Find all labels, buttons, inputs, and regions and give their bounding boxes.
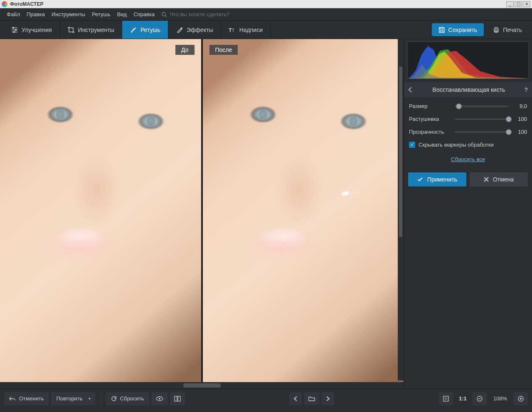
back-button[interactable] — [408, 87, 417, 93]
tab-label: Надписи — [239, 27, 263, 33]
svg-text:T: T — [229, 27, 232, 33]
tab-tools[interactable]: Инструменты — [60, 21, 122, 39]
menu-retouch[interactable]: Ретушь — [89, 11, 114, 17]
eye-icon — [156, 396, 163, 401]
bottom-bar: Отменить Повторить Сбросить 1:1 108% — [0, 389, 532, 408]
save-label: Сохранить — [448, 27, 478, 33]
hide-markers-row: ✓ Скрывать маркеры обработки — [409, 142, 527, 148]
reset-icon — [111, 396, 117, 402]
size-slider[interactable] — [455, 105, 509, 107]
opacity-value: 100 — [513, 129, 527, 135]
save-button[interactable]: Сохранить — [432, 23, 484, 36]
feather-slider[interactable] — [455, 118, 509, 120]
opacity-slider[interactable] — [455, 131, 509, 133]
tab-label: Эффекты — [187, 27, 213, 33]
after-pane[interactable]: После — [203, 39, 404, 382]
before-label: До — [175, 45, 194, 55]
reset-all-link[interactable]: Сбросить все — [409, 156, 527, 162]
tab-effects[interactable]: Эффекты — [168, 21, 221, 39]
help-button[interactable]: ? — [520, 86, 528, 93]
menu-view[interactable]: Вид — [114, 11, 131, 17]
svg-rect-15 — [178, 396, 180, 401]
undo-button[interactable]: Отменить — [4, 392, 49, 405]
menu-file[interactable]: Файл — [3, 11, 23, 17]
browse-folder-button[interactable] — [304, 392, 319, 405]
preview-toggle-button[interactable] — [152, 392, 167, 405]
check-icon — [417, 177, 423, 182]
horizontal-scrollbar[interactable] — [0, 382, 404, 389]
compare-icon — [174, 396, 181, 402]
after-label: После — [209, 45, 238, 55]
zoom-in-button[interactable] — [514, 392, 528, 405]
zoom-out-button[interactable] — [473, 392, 487, 405]
tab-retouch[interactable]: Ретушь — [122, 21, 168, 39]
previous-image-button[interactable] — [289, 392, 302, 405]
before-pane[interactable]: До — [0, 39, 201, 382]
folder-icon — [308, 396, 315, 401]
control-opacity: Прозрачность 100 — [409, 129, 527, 135]
panel-header: Восстанавливающая кисть ? — [404, 82, 532, 97]
print-icon — [493, 27, 500, 33]
compare-toggle-button[interactable] — [170, 392, 185, 405]
menu-edit[interactable]: Правка — [23, 11, 48, 17]
panel-title: Восстанавливающая кисть — [417, 86, 520, 93]
search-input[interactable] — [170, 11, 253, 17]
hide-markers-label: Скрывать маркеры обработки — [419, 142, 494, 148]
app-logo-icon — [2, 1, 7, 7]
svg-point-6 — [15, 29, 17, 30]
next-image-button[interactable] — [322, 392, 334, 405]
tab-text[interactable]: TT Надписи — [221, 21, 271, 39]
redo-button[interactable]: Повторить — [51, 392, 95, 405]
reset-label: Сбросить — [120, 395, 144, 402]
menu-tools[interactable]: Инструменты — [48, 11, 89, 17]
reset-button[interactable]: Сбросить — [106, 392, 149, 405]
svg-line-1 — [165, 15, 167, 17]
print-button[interactable]: Печать — [486, 23, 529, 36]
brush-icon — [130, 26, 137, 34]
cancel-label: Отмена — [493, 176, 514, 183]
chevron-left-icon — [408, 87, 412, 93]
window-minimize-button[interactable]: _ — [506, 1, 514, 7]
svg-point-13 — [159, 398, 160, 400]
fit-icon — [443, 396, 449, 402]
menu-help[interactable]: Справка — [130, 11, 158, 17]
sliders-icon — [11, 26, 18, 34]
svg-point-5 — [13, 27, 14, 28]
tab-label: Ретушь — [140, 27, 160, 33]
cancel-button[interactable]: Отмена — [470, 172, 528, 186]
svg-rect-11 — [495, 27, 498, 29]
vertical-scrollbar[interactable] — [398, 39, 404, 380]
svg-rect-14 — [175, 396, 177, 401]
apply-label: Применить — [427, 176, 457, 183]
zoom-actual-button[interactable]: 1:1 — [456, 395, 470, 402]
control-feather: Растушевка 100 — [409, 116, 527, 122]
window-titlebar: ФотоМАСТЕР _ ▢ ✕ — [0, 0, 532, 8]
control-size: Размер 9,0 — [409, 103, 527, 109]
menu-bar: Файл Правка Инструменты Ретушь Вид Справ… — [0, 8, 532, 21]
crop-icon — [67, 26, 75, 34]
tab-label: Улучшения — [22, 27, 52, 33]
svg-point-0 — [162, 12, 166, 16]
sparkle-icon — [176, 26, 183, 34]
print-label: Печать — [503, 27, 522, 33]
main-toolbar: Улучшения Инструменты Ретушь Эффекты TT … — [0, 21, 532, 39]
svg-point-7 — [14, 31, 15, 32]
feather-label: Растушевка — [409, 116, 451, 122]
text-icon: TT — [229, 26, 236, 34]
hide-markers-checkbox[interactable]: ✓ — [409, 142, 415, 148]
photo-before — [0, 39, 201, 382]
undo-icon — [9, 396, 16, 401]
window-close-button[interactable]: ✕ — [523, 1, 530, 7]
opacity-label: Прозрачность — [409, 129, 451, 135]
apply-button[interactable]: Применить — [408, 172, 466, 186]
svg-text:T: T — [232, 28, 234, 33]
right-panel: Восстанавливающая кисть ? Размер 9,0 Рас… — [404, 39, 532, 389]
canvas-area: До После — [0, 39, 404, 389]
window-maximize-button[interactable]: ▢ — [515, 1, 522, 7]
fit-screen-button[interactable] — [439, 392, 453, 405]
minus-icon — [477, 396, 483, 402]
chevron-left-icon — [293, 396, 298, 401]
zoom-value: 108% — [489, 395, 511, 402]
search-icon — [161, 12, 167, 17]
tab-enhance[interactable]: Улучшения — [3, 21, 60, 39]
